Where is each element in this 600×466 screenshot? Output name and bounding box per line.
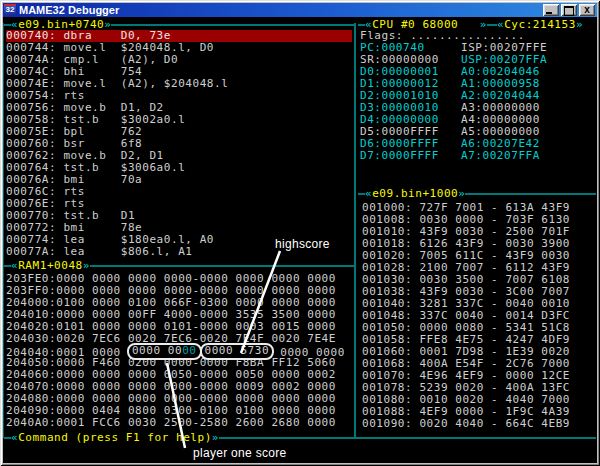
maximize-button[interactable] bbox=[561, 4, 577, 16]
register-row[interactable]: D7:0000FFFFA7:00207FFA bbox=[360, 150, 547, 162]
left-panel-border bbox=[3, 23, 4, 438]
chevron-left-icon: « bbox=[365, 188, 372, 200]
rom-dump-view[interactable]: 001000: 727F 7001 - 613A 43F9001008: 003… bbox=[362, 202, 570, 430]
ram-dump-view[interactable]: 203FE0:0000 0000 0000 0000-0000 0000 000… bbox=[6, 273, 352, 429]
minimize-button[interactable] bbox=[543, 4, 559, 16]
highscore-annotation: highscore bbox=[275, 237, 330, 251]
disassembly-view[interactable]: 000740: dbra D0, 73e000744: move.l $2040… bbox=[6, 30, 352, 258]
memory-row[interactable]: 2040A0:0001 FCC6 0030 2500-2580 2600 268… bbox=[6, 417, 352, 429]
chevron-right-icon: » bbox=[576, 19, 583, 31]
app-icon: 32 bbox=[4, 4, 16, 16]
minimize-icon bbox=[546, 12, 552, 14]
rom-dump-header: «e09.bin+1000» bbox=[358, 188, 596, 200]
player-one-score-oval: 0000 0000 bbox=[127, 343, 202, 360]
mame32-debugger-window: 32 MAME32 Debugger x «e09.bin+0740» 0007… bbox=[0, 0, 600, 466]
title-bar[interactable]: 32 MAME32 Debugger x bbox=[3, 3, 597, 17]
command-input-area[interactable] bbox=[4, 441, 596, 463]
chevron-right-icon: » bbox=[458, 188, 465, 200]
register-right: A7:00207FFA bbox=[461, 149, 540, 162]
ram-dump-header: «RAM1+0048» bbox=[4, 260, 354, 272]
debugger-client-area: «e09.bin+0740» 000740: dbra D0, 73e00074… bbox=[3, 17, 597, 463]
player-one-annotation: player one score bbox=[193, 446, 287, 460]
close-icon: x bbox=[579, 4, 595, 16]
chevron-left-icon: « bbox=[11, 260, 18, 272]
rom-dump-title: e09.bin+1000 bbox=[372, 188, 458, 200]
window-title: MAME32 Debugger bbox=[19, 4, 543, 16]
maximize-icon bbox=[564, 6, 574, 16]
register-view[interactable]: Flags: ................PC:000740ISP:0020… bbox=[360, 30, 547, 162]
highscore-oval: 0000 5730 bbox=[200, 343, 275, 360]
chevron-right-icon: » bbox=[83, 260, 90, 272]
ram-dump-title: RAM1+0048 bbox=[18, 260, 83, 272]
register-left: D7:0000FFFF bbox=[360, 150, 461, 162]
memory-cursor: 00 bbox=[182, 344, 196, 357]
panel-divider bbox=[354, 23, 356, 438]
memory-row[interactable]: 001090: 0020 4040 - 664C 4EB9 bbox=[362, 418, 570, 430]
close-button[interactable]: x bbox=[579, 4, 595, 16]
